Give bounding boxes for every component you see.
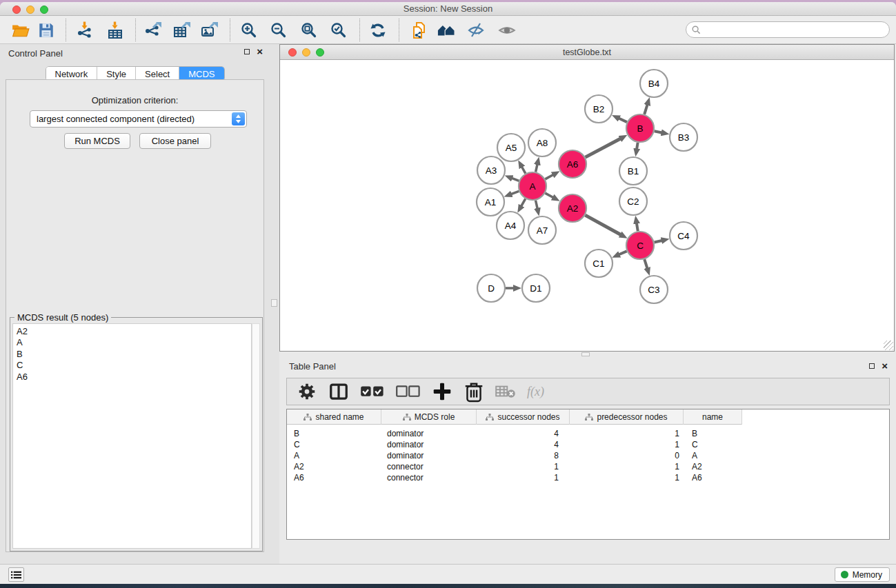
column-header-name[interactable]: name: [684, 409, 742, 425]
tab-mcds[interactable]: MCDS: [179, 67, 223, 81]
function-builder-button[interactable]: f(x): [527, 385, 544, 399]
table-cell: B: [684, 428, 742, 439]
graph-edge-A-A2[interactable]: [545, 193, 553, 197]
tab-style[interactable]: Style: [97, 67, 136, 81]
graph-node-label: A4: [505, 221, 517, 231]
optimization-label: Optimization criterion:: [6, 95, 263, 105]
optimization-select-value: largest connected component (directed): [37, 114, 195, 124]
save-session-button[interactable]: [37, 21, 56, 40]
home-views-button[interactable]: [437, 21, 456, 40]
status-bar: Memory: [0, 564, 896, 584]
table-row[interactable]: A2connector11A2: [287, 461, 742, 472]
table-row[interactable]: Adominator80A: [287, 450, 742, 461]
control-panel-title: Control Panel: [8, 48, 63, 59]
graph-edge-A-A5[interactable]: [521, 167, 525, 174]
graph-edge-B-B4[interactable]: [644, 105, 647, 114]
app-titlebar: Session: New Session: [0, 2, 896, 16]
graph-edge-C-C3[interactable]: [644, 259, 647, 268]
mcds-result-item[interactable]: A2: [17, 326, 251, 337]
graph-node-label: B4: [648, 79, 660, 89]
network-canvas[interactable]: AA1A2A3A4A5A6A7A8BB1B2B3B4CC1C2C3C4DD1: [280, 60, 894, 351]
splitter-grip[interactable]: [581, 352, 590, 356]
eye-icon: [498, 21, 516, 39]
run-mcds-button[interactable]: Run MCDS: [64, 133, 130, 149]
import-table-button[interactable]: [106, 21, 125, 40]
column-header-shared-name[interactable]: shared name: [287, 409, 381, 425]
graph-edge-B-B3[interactable]: [655, 131, 662, 132]
close-panel-icon[interactable]: ×: [257, 48, 263, 55]
select-all-button[interactable]: [360, 383, 385, 401]
save-icon: [37, 21, 55, 39]
zoom-out-button[interactable]: [269, 21, 288, 40]
column-header-successor-nodes[interactable]: successor nodes: [477, 409, 570, 425]
mcds-result-item[interactable]: A: [17, 337, 251, 348]
optimization-select[interactable]: largest connected component (directed): [30, 110, 247, 128]
tab-network[interactable]: Network: [46, 67, 97, 81]
mcds-result-item[interactable]: C: [17, 360, 251, 371]
export-table-button[interactable]: [172, 21, 191, 40]
vertical-splitter[interactable]: [270, 44, 279, 564]
export-network-button[interactable]: [143, 21, 163, 40]
table-row[interactable]: Cdominator41C: [287, 439, 742, 450]
float-panel-icon[interactable]: [244, 49, 250, 54]
table-header-row: shared nameMCDS rolesuccessor nodesprede…: [287, 409, 742, 425]
result-scrollbar[interactable]: [252, 323, 260, 549]
import-network-button[interactable]: [75, 21, 94, 40]
graph-edge-A6-B[interactable]: [586, 139, 621, 157]
graph-edge-A-A6[interactable]: [545, 174, 553, 179]
task-history-button[interactable]: [8, 567, 24, 582]
export-image-icon: [200, 21, 218, 39]
export-image-button[interactable]: [199, 21, 219, 40]
search-icon: [692, 26, 701, 34]
memory-button[interactable]: Memory: [835, 567, 890, 582]
mcds-result-item[interactable]: B: [17, 349, 251, 360]
graph-node-label: B: [637, 123, 643, 134]
table-toolbar: f(x): [286, 378, 890, 405]
search-input[interactable]: [701, 25, 889, 34]
deselect-all-button[interactable]: [396, 383, 421, 401]
copy-network-button[interactable]: [410, 21, 429, 40]
graph-edge-C-C2[interactable]: [637, 223, 638, 232]
delete-table-button[interactable]: [495, 383, 516, 401]
float-panel-icon[interactable]: [869, 363, 875, 369]
resize-grip-icon[interactable]: [884, 341, 893, 350]
close-panel-button[interactable]: Close panel: [139, 133, 211, 149]
table-cell: 1: [570, 461, 684, 472]
column-header-predecessor-nodes[interactable]: predecessor nodes: [570, 409, 684, 425]
close-panel-icon[interactable]: ×: [882, 363, 888, 369]
graph-edge-C-C4[interactable]: [654, 241, 661, 243]
graph-edge-A-A1[interactable]: [511, 191, 519, 194]
table-settings-button[interactable]: [297, 383, 317, 401]
split-columns-icon: [328, 381, 349, 402]
refresh-button[interactable]: [368, 21, 388, 40]
splitter-grip[interactable]: [271, 299, 277, 307]
graph-edge-B-B2[interactable]: [619, 119, 627, 123]
show-details-button[interactable]: [497, 21, 517, 40]
add-column-button[interactable]: [432, 383, 452, 401]
graph-edge-C-C1[interactable]: [619, 251, 626, 254]
delete-column-button[interactable]: [464, 383, 484, 401]
open-session-button[interactable]: [11, 21, 30, 40]
zoom-fit-icon: [300, 21, 318, 39]
table-row[interactable]: A6connector11A6: [287, 472, 742, 483]
zoom-selected-button[interactable]: [329, 21, 348, 40]
zoom-fit-button[interactable]: [299, 21, 319, 40]
search-field[interactable]: [686, 21, 890, 38]
graph-edge-A2-C[interactable]: [585, 215, 621, 234]
horizontal-splitter[interactable]: [279, 352, 896, 357]
toggle-panes-button[interactable]: [328, 383, 349, 401]
folder-open-icon: [12, 21, 30, 39]
zoom-in-button[interactable]: [239, 21, 259, 40]
table-cell: C: [684, 439, 742, 450]
table-cell: A6: [684, 472, 742, 483]
graph-edge-A-A8[interactable]: [536, 164, 538, 172]
graph-edge-A-A3[interactable]: [512, 178, 519, 181]
graph-edge-B-B1[interactable]: [637, 143, 638, 150]
graph-edge-A-A7[interactable]: [535, 201, 537, 209]
column-header-MCDS-role[interactable]: MCDS role: [381, 409, 477, 425]
mcds-result-item[interactable]: A6: [17, 372, 251, 383]
table-row[interactable]: Bdominator41B: [287, 428, 742, 439]
hide-details-button[interactable]: [466, 21, 486, 40]
graph-edge-A-A4[interactable]: [521, 199, 526, 206]
tab-select[interactable]: Select: [136, 67, 179, 81]
